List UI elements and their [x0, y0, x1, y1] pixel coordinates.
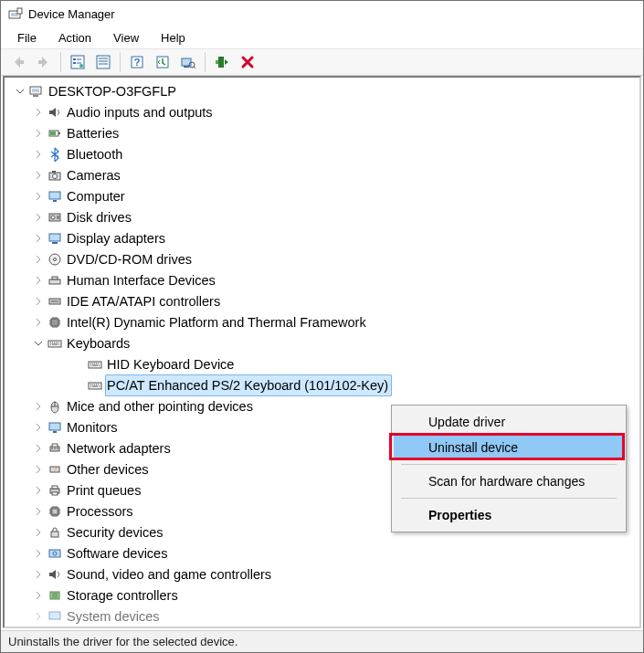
ctx-update-driver[interactable]: Update driver: [394, 409, 624, 435]
menu-action[interactable]: Action: [48, 29, 102, 47]
tree-label[interactable]: Software devices: [65, 542, 171, 564]
tree-root-label[interactable]: DESKTOP-O3FGFLP: [47, 80, 180, 102]
tree-node-ps2-keyboard[interactable]: PC/AT Enhanced PS/2 Keyboard (101/102-Ke…: [10, 375, 639, 396]
tree-node-display[interactable]: Display adapters: [10, 228, 639, 249]
expand-icon[interactable]: [32, 484, 45, 497]
expand-icon[interactable]: [32, 169, 45, 182]
expand-icon[interactable]: [32, 505, 45, 518]
tree-label-selected[interactable]: PC/AT Enhanced PS/2 Keyboard (101/102-Ke…: [105, 374, 392, 396]
expand-icon[interactable]: [32, 316, 45, 329]
tree-label[interactable]: Print queues: [65, 479, 144, 501]
expand-icon[interactable]: [32, 337, 45, 350]
svg-rect-21: [50, 132, 56, 135]
tree-label[interactable]: Cameras: [65, 164, 124, 186]
tree-label[interactable]: Sound, video and game controllers: [65, 563, 275, 585]
back-button[interactable]: [6, 51, 30, 73]
device-manager-icon: [8, 7, 23, 22]
toolbar-separator: [120, 52, 121, 72]
tree-node-system[interactable]: System devices: [10, 606, 639, 627]
menu-help[interactable]: Help: [150, 29, 196, 47]
tree-node-sound[interactable]: Sound, video and game controllers: [10, 564, 639, 585]
tree-root[interactable]: DESKTOP-O3FGFLP: [10, 81, 639, 102]
expand-icon[interactable]: [32, 190, 45, 203]
toolbar-enable-button[interactable]: [210, 51, 234, 73]
ctx-scan-hardware[interactable]: Scan for hardware changes: [394, 469, 624, 494]
tree-label[interactable]: Monitors: [65, 416, 121, 438]
tree-node-storage[interactable]: Storage controllers: [10, 585, 639, 606]
tree-label[interactable]: Storage controllers: [65, 585, 182, 606]
forward-button[interactable]: [32, 51, 56, 73]
tree-node-cameras[interactable]: Cameras: [10, 165, 639, 186]
tree-label[interactable]: Bluetooth: [65, 143, 126, 165]
svg-rect-15: [216, 60, 218, 64]
tree-label[interactable]: DVD/CD-ROM drives: [65, 248, 195, 270]
tree-node-bluetooth[interactable]: Bluetooth: [10, 144, 639, 165]
toolbar-update-button[interactable]: [151, 51, 174, 73]
tree-label[interactable]: Batteries: [65, 122, 122, 144]
tree-node-audio[interactable]: Audio inputs and outputs: [10, 102, 639, 123]
expand-icon[interactable]: [32, 589, 45, 602]
expand-icon[interactable]: [32, 106, 45, 119]
expand-icon[interactable]: [32, 148, 45, 161]
expand-icon[interactable]: [32, 547, 45, 560]
ctx-properties[interactable]: Properties: [394, 502, 624, 528]
tree-node-batteries[interactable]: Batteries: [10, 123, 639, 144]
tree-label[interactable]: IDE ATA/ATAPI controllers: [65, 290, 224, 312]
menu-file[interactable]: File: [6, 29, 48, 47]
tree-label[interactable]: Disk drives: [65, 206, 135, 228]
tree-label[interactable]: Computer: [65, 185, 129, 207]
tree-label[interactable]: Security devices: [65, 521, 167, 543]
expand-icon[interactable]: [32, 211, 45, 224]
tree-node-computer[interactable]: Computer: [10, 186, 639, 207]
expand-icon[interactable]: [32, 232, 45, 245]
expand-icon[interactable]: [32, 526, 45, 539]
toolbar-uninstall-button[interactable]: [236, 51, 259, 73]
expand-icon[interactable]: [32, 442, 45, 455]
tree-label[interactable]: Audio inputs and outputs: [65, 101, 216, 123]
toolbar-help-button[interactable]: ?: [125, 51, 149, 73]
toolbar-view-tree-button[interactable]: [66, 51, 90, 73]
device-tree[interactable]: DESKTOP-O3FGFLP Audio inputs and outputs…: [5, 78, 639, 627]
tree-label[interactable]: Mice and other pointing devices: [65, 395, 257, 417]
tree-label[interactable]: Processors: [65, 500, 137, 522]
expand-icon[interactable]: [32, 253, 45, 266]
expand-icon[interactable]: [32, 127, 45, 140]
expand-icon[interactable]: [32, 421, 45, 434]
menu-view[interactable]: View: [102, 29, 150, 47]
expand-icon[interactable]: [32, 400, 45, 413]
toolbar-scan-button[interactable]: [176, 51, 200, 73]
toolbar-view-list-button[interactable]: [91, 51, 115, 73]
tree-label[interactable]: Intel(R) Dynamic Platform and Thermal Fr…: [65, 311, 370, 333]
tree-node-intel[interactable]: Intel(R) Dynamic Platform and Thermal Fr…: [10, 312, 639, 333]
tree-label[interactable]: Network adapters: [65, 437, 174, 459]
expand-icon[interactable]: [32, 295, 45, 308]
expand-icon[interactable]: [32, 568, 45, 581]
tree-label[interactable]: System devices: [65, 606, 164, 627]
tree-node-disks[interactable]: Disk drives: [10, 207, 639, 228]
tree-node-hid[interactable]: Human Interface Devices: [10, 270, 639, 291]
toolbar-separator: [205, 52, 206, 72]
svg-point-33: [54, 258, 57, 261]
expand-icon[interactable]: [32, 463, 45, 476]
speaker-icon: [47, 567, 63, 582]
tree-label[interactable]: HID Keyboard Device: [105, 353, 238, 375]
tree-label[interactable]: Keyboards: [65, 332, 133, 354]
tree-node-ata[interactable]: IDE ATA/ATAPI controllers: [10, 291, 639, 312]
tree-node-keyboards[interactable]: Keyboards: [10, 333, 639, 354]
window-frame: Device Manager File Action View Help ?: [0, 0, 644, 653]
tree-children: Audio inputs and outputs Batteries Bluet…: [10, 102, 639, 627]
ctx-uninstall-device[interactable]: Uninstall device: [394, 435, 624, 460]
expand-icon[interactable]: [14, 85, 26, 98]
context-menu: Update driver Uninstall device Scan for …: [391, 405, 627, 532]
software-icon: [47, 546, 63, 561]
tree-node-hid-keyboard[interactable]: HID Keyboard Device: [10, 354, 639, 375]
expand-icon[interactable]: [32, 274, 45, 287]
tree-label[interactable]: Other devices: [65, 458, 152, 480]
svg-rect-51: [53, 510, 57, 513]
tree-label[interactable]: Human Interface Devices: [65, 269, 219, 291]
expand-icon[interactable]: [32, 610, 45, 623]
ctx-separator: [401, 464, 617, 465]
tree-label[interactable]: Display adapters: [65, 227, 169, 249]
tree-node-dvd[interactable]: DVD/CD-ROM drives: [10, 249, 639, 270]
tree-node-software[interactable]: Software devices: [10, 543, 639, 564]
